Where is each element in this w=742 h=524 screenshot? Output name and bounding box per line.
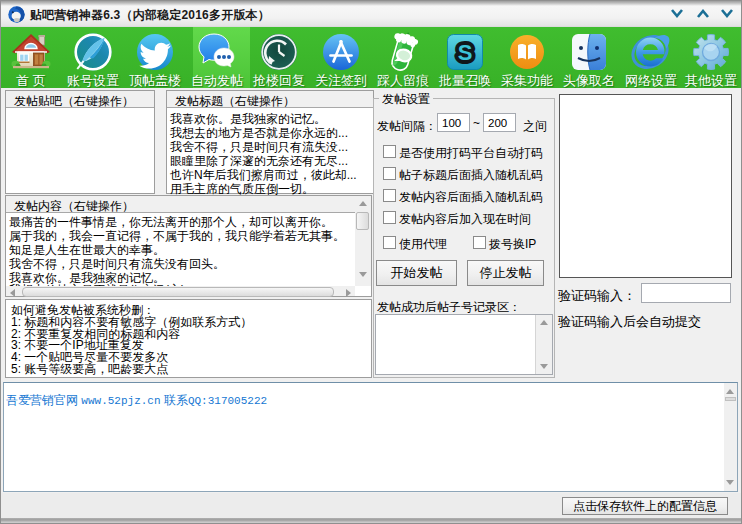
svg-text:S: S bbox=[458, 40, 473, 65]
